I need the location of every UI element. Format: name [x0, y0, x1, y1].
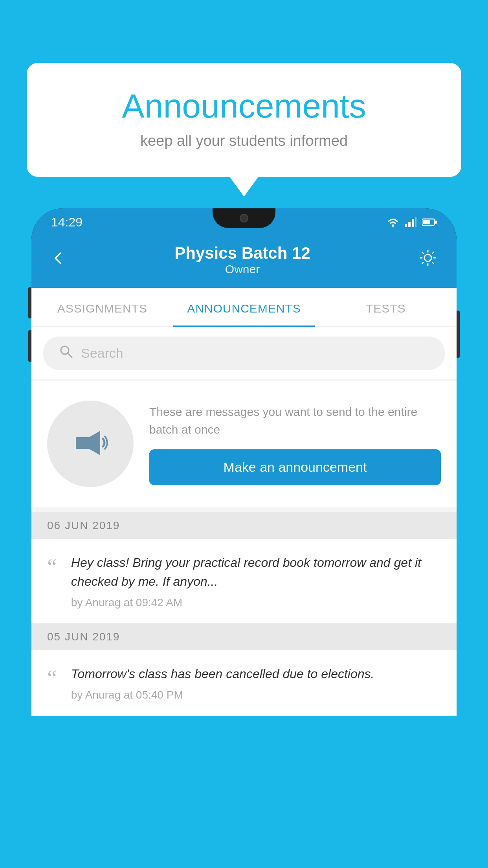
- svg-rect-6: [423, 220, 430, 224]
- app-content: Search These are me: [31, 327, 457, 716]
- cta-right: These are messages you want to send to t…: [149, 403, 441, 485]
- search-placeholder: Search: [81, 346, 123, 361]
- search-bar[interactable]: Search: [43, 337, 445, 370]
- volume-down-button: [28, 330, 31, 362]
- settings-button[interactable]: [419, 249, 437, 271]
- announcement-item-2[interactable]: “ Tomorrow's class has been cancelled du…: [31, 650, 457, 716]
- power-button: [457, 311, 460, 358]
- status-time: 14:29: [51, 215, 83, 230]
- phone-wrapper: 14:29: [31, 208, 457, 868]
- svg-rect-1: [405, 224, 407, 227]
- bubble-title: Announcements: [58, 86, 430, 125]
- bubble-subtitle: keep all your students informed: [58, 132, 430, 149]
- cta-description: These are messages you want to send to t…: [149, 403, 441, 438]
- back-button[interactable]: [51, 250, 66, 270]
- header-title: Physics Batch 12: [174, 244, 310, 263]
- announcement-text-1: Hey class! Bring your practical record b…: [71, 553, 441, 591]
- svg-marker-10: [81, 431, 100, 455]
- svg-point-0: [392, 224, 394, 227]
- volume-up-button: [28, 287, 31, 318]
- camera: [240, 214, 248, 223]
- header-subtitle: Owner: [174, 263, 310, 276]
- svg-rect-2: [408, 222, 411, 227]
- announcement-icon-circle: [47, 401, 134, 487]
- tab-assignments[interactable]: ASSIGNMENTS: [31, 288, 173, 326]
- battery-icon: [422, 218, 437, 226]
- svg-rect-4: [415, 217, 416, 227]
- speech-bubble-container: Announcements keep all your students inf…: [27, 63, 461, 177]
- announcement-content-2: Tomorrow's class has been cancelled due …: [71, 664, 441, 701]
- signal-icon: [405, 217, 416, 227]
- announcement-text-2: Tomorrow's class has been cancelled due …: [71, 664, 441, 683]
- status-bar: 14:29: [31, 208, 457, 236]
- announcement-meta-2: by Anurag at 05:40 PM: [71, 689, 441, 701]
- announcement-meta-1: by Anurag at 09:42 AM: [71, 596, 441, 609]
- announcement-content-1: Hey class! Bring your practical record b…: [71, 553, 441, 609]
- status-icons: [387, 217, 437, 228]
- quote-icon-2: “: [47, 667, 57, 689]
- tab-tests[interactable]: TESTS: [315, 288, 457, 326]
- app-header: Physics Batch 12 Owner: [31, 236, 457, 288]
- svg-line-9: [68, 353, 72, 357]
- svg-rect-7: [435, 221, 437, 224]
- make-announcement-button[interactable]: Make an announcement: [149, 449, 441, 485]
- search-icon: [59, 344, 73, 362]
- header-title-block: Physics Batch 12 Owner: [174, 244, 310, 276]
- phone-frame: 14:29: [31, 208, 457, 716]
- search-container: Search: [31, 327, 457, 379]
- cta-section: These are messages you want to send to t…: [31, 381, 457, 507]
- date-divider-2: 05 JUN 2019: [31, 623, 457, 650]
- svg-rect-11: [76, 437, 82, 449]
- svg-rect-3: [412, 219, 414, 227]
- speech-bubble: Announcements keep all your students inf…: [27, 63, 461, 177]
- megaphone-icon: [69, 422, 112, 465]
- notch: [213, 208, 275, 228]
- wifi-icon: [387, 217, 399, 228]
- quote-icon-1: “: [47, 555, 57, 577]
- tabs-bar: ASSIGNMENTS ANNOUNCEMENTS TESTS: [31, 288, 457, 327]
- date-divider-1: 06 JUN 2019: [31, 512, 457, 539]
- announcement-item-1[interactable]: “ Hey class! Bring your practical record…: [31, 539, 457, 623]
- tab-announcements[interactable]: ANNOUNCEMENTS: [173, 288, 315, 326]
